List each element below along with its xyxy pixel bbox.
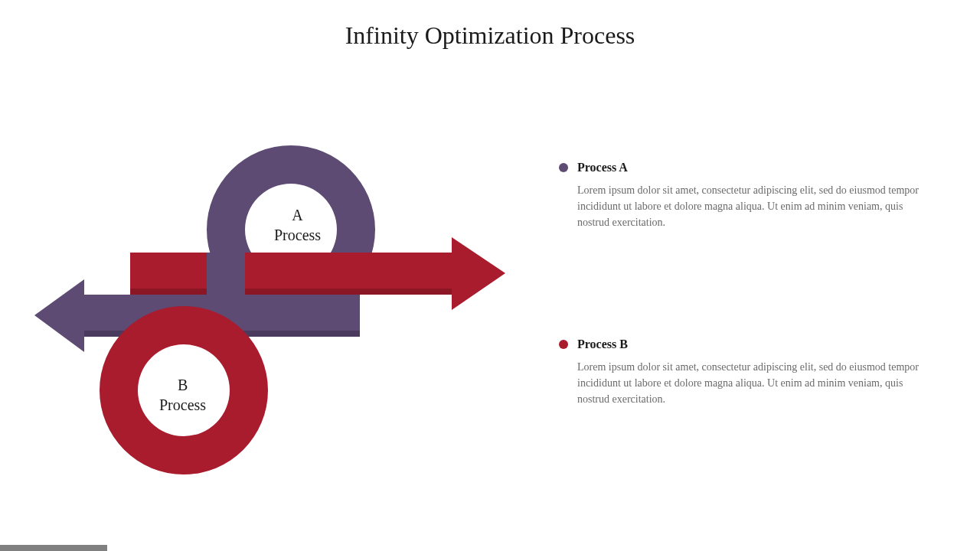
label-a-line1: A <box>274 205 321 225</box>
text-panel: Process A Lorem ipsum dolor sit amet, co… <box>559 161 919 514</box>
bullet-icon <box>559 340 568 349</box>
process-b-description: Lorem ipsum dolor sit amet, consectetur … <box>577 359 919 407</box>
infinity-arrows-diagram <box>31 115 521 497</box>
purple-arrowhead <box>34 279 84 352</box>
red-arrowhead <box>452 237 505 310</box>
label-b-line2: Process <box>159 395 206 415</box>
diagram-container: A Process B Process <box>31 115 505 497</box>
label-a-process: A Process <box>274 205 321 245</box>
process-a-block: Process A Lorem ipsum dolor sit amet, co… <box>559 161 919 230</box>
red-bar <box>130 253 452 295</box>
process-a-header: Process A <box>559 161 919 174</box>
bullet-icon <box>559 163 568 172</box>
process-a-title: Process A <box>577 161 628 174</box>
label-b-line1: B <box>159 375 206 395</box>
process-b-header: Process B <box>559 337 919 351</box>
page-title: Infinity Optimization Process <box>0 21 980 50</box>
label-a-line2: Process <box>274 225 321 245</box>
purple-overlap-patch <box>207 253 245 295</box>
red-bar-shadow <box>130 289 452 295</box>
process-a-description: Lorem ipsum dolor sit amet, consectetur … <box>577 182 919 230</box>
footer-accent-bar <box>0 545 107 551</box>
label-b-process: B Process <box>159 375 206 415</box>
process-b-block: Process B Lorem ipsum dolor sit amet, co… <box>559 337 919 407</box>
process-b-title: Process B <box>577 337 628 351</box>
